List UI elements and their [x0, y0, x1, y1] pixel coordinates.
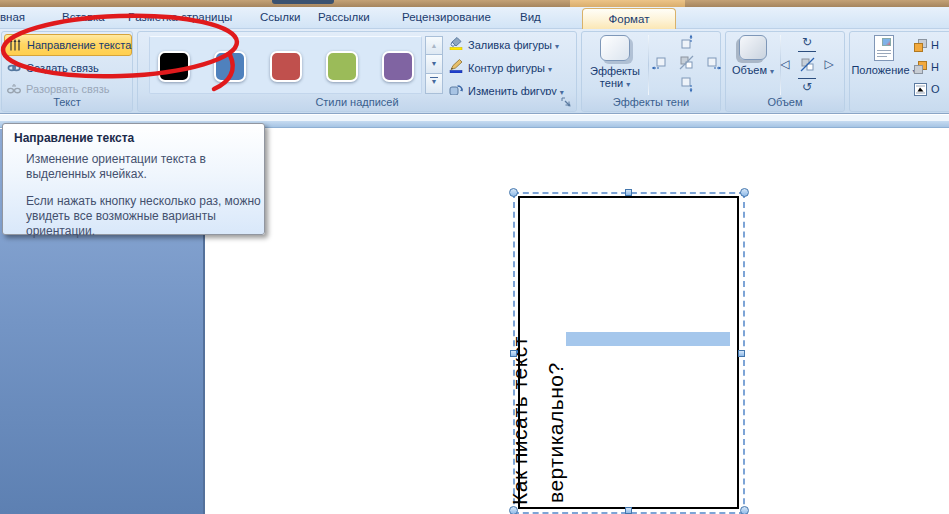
send-backward-icon [914, 61, 927, 74]
contextual-tab-header [570, 0, 685, 7]
ribbon-tab-row: вная Вставка Разметка страницы Ссылки Ра… [0, 7, 949, 29]
gallery-scroll-up-icon[interactable]: ▲ [425, 36, 443, 54]
outline-pencil-icon [449, 59, 463, 77]
group-label-volume: Объем [726, 95, 844, 111]
send-backward-label: Н [931, 61, 939, 73]
tab-mailings[interactable]: Рассылки [318, 11, 370, 23]
handle-mid-right[interactable] [738, 350, 745, 357]
bring-forward-button[interactable]: Н [914, 36, 949, 54]
text-wrap-label: О [931, 83, 940, 95]
shadow-effects-button[interactable]: Эффекты тени [587, 32, 643, 89]
tab-home[interactable]: вная [0, 11, 25, 23]
handle-bottom-left[interactable] [509, 506, 518, 514]
bring-forward-icon [914, 39, 927, 52]
handle-top-middle[interactable] [625, 189, 632, 196]
group-textbox-styles: ▲ ▼ ▼ Заливка фигуры Контур фигуры [137, 31, 577, 112]
break-link-label: Разорвать связь [26, 83, 110, 95]
shape-outline-label: Контур фигуры [468, 62, 552, 74]
volume-label: Объем [732, 64, 774, 76]
fill-bucket-icon [449, 36, 463, 54]
nudge-shadow-up-button[interactable] [678, 34, 695, 51]
text-wrap-button[interactable]: О [914, 80, 949, 98]
shape-outline-button[interactable]: Контур фигуры [449, 58, 575, 78]
text-direction-button[interactable]: Направление текста [4, 34, 132, 56]
shadow-effects-label-1: Эффекты [590, 65, 640, 77]
textbox-vertical-text-line2[interactable]: вертикально? [545, 362, 567, 503]
create-link-label: Создать связь [26, 62, 99, 74]
style-gallery [149, 36, 422, 94]
position-button[interactable]: Положение [856, 32, 912, 76]
shadow-effects-label-2: тени [600, 77, 630, 89]
group-text: Направление текста Создать связь Разорва… [1, 31, 133, 112]
position-label: Положение [851, 64, 916, 76]
tab-format-active[interactable]: Формат [582, 8, 676, 29]
gallery-scrollbar: ▲ ▼ ▼ [425, 36, 443, 94]
handle-top-left[interactable] [509, 188, 518, 197]
group-shadow-effects: Эффекты тени Эффекты тени [581, 31, 721, 112]
shadow-toggle-button[interactable] [678, 54, 695, 71]
shadow-effects-icon [600, 35, 630, 61]
handle-top-right[interactable] [740, 188, 749, 197]
nudge-shadow-down-button[interactable] [678, 76, 695, 93]
supertip-body-line: увидеть все возможные варианты [26, 209, 216, 223]
style-swatch-blue[interactable] [214, 51, 246, 82]
handle-bottom-middle[interactable] [625, 507, 632, 514]
style-swatch-purple[interactable] [382, 51, 414, 82]
handle-mid-left[interactable] [510, 350, 517, 357]
supertip-body-line: ориентации. [26, 224, 95, 238]
supertip-title: Направление текста [14, 131, 134, 145]
broken-chain-icon [7, 82, 21, 96]
create-link-button[interactable]: Создать связь [4, 58, 132, 78]
style-swatch-green[interactable] [326, 51, 358, 82]
volume-button[interactable]: Объем [731, 32, 775, 76]
ribbon: Направление текста Создать связь Разорва… [0, 29, 949, 114]
text-direction-label: Направление текста [27, 39, 131, 51]
tilt-left-button[interactable]: ◁ [776, 56, 794, 74]
separator [648, 35, 649, 95]
title-text-remnant [272, 0, 334, 4]
gallery-more-icon[interactable]: ▼ [425, 74, 443, 94]
group-arrange: Положение Н Н О [849, 31, 949, 112]
chain-link-icon [7, 61, 21, 75]
text-selection-highlight [566, 332, 730, 346]
volume-3d-icon [739, 35, 767, 60]
tab-references[interactable]: Ссылки [260, 11, 301, 23]
dialog-launcher-icon[interactable] [561, 97, 572, 108]
supertip-body-line: выделенных ячейках. [26, 167, 147, 181]
position-page-icon [874, 35, 894, 61]
group-3d-effects: Объем ↻ ◁ ▷ ↺ Объем [725, 31, 845, 112]
tab-layout[interactable]: Разметка страницы [128, 11, 232, 23]
group-label-shadow: Эффекты тени [582, 95, 720, 111]
nudge-shadow-left-button[interactable] [652, 54, 669, 71]
text-wrap-icon [914, 83, 927, 96]
word-window: вная Вставка Разметка страницы Ссылки Ра… [0, 0, 949, 514]
tilt-down-button[interactable]: ↺ [798, 78, 816, 96]
gallery-scroll-down-icon[interactable]: ▼ [425, 54, 443, 73]
tab-insert[interactable]: Вставка [62, 11, 105, 23]
tab-review[interactable]: Рецензирование [402, 11, 491, 23]
supertip: Направление текста Изменение ориентации … [2, 123, 265, 235]
text-direction-icon [8, 38, 22, 52]
nudge-shadow-right-button[interactable] [704, 54, 721, 71]
style-swatch-red[interactable] [270, 51, 302, 82]
handle-bottom-right[interactable] [740, 506, 749, 514]
shape-fill-button[interactable]: Заливка фигуры [449, 35, 575, 55]
style-swatch-black[interactable] [158, 51, 190, 82]
tab-view[interactable]: Вид [520, 11, 541, 23]
group-label-styles: Стили надписей [138, 95, 576, 111]
group-label-text: Текст [2, 95, 132, 111]
send-backward-button[interactable]: Н [914, 58, 949, 76]
tilt-up-button[interactable]: ↻ [798, 34, 816, 52]
textbox-vertical-text-line1[interactable]: Как писать текст [509, 336, 531, 505]
title-bar-strip [0, 0, 949, 7]
supertip-body-line: Если нажать кнопку несколько раз, можно [26, 194, 261, 208]
tilt-right-button[interactable]: ▷ [820, 56, 838, 74]
bring-forward-label: Н [931, 39, 939, 51]
shape-fill-label: Заливка фигуры [468, 39, 559, 51]
3d-toggle-button[interactable] [798, 56, 816, 74]
supertip-body-line: Изменение ориентации текста в [26, 152, 206, 166]
